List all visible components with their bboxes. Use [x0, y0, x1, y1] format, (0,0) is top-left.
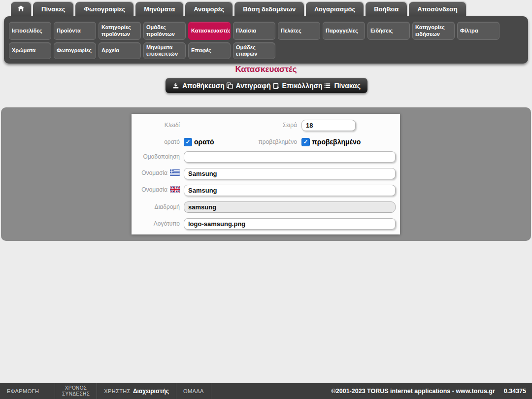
- name-el-input[interactable]: [184, 168, 396, 179]
- tab-home[interactable]: [11, 2, 31, 16]
- order-input[interactable]: [301, 120, 356, 131]
- toolbar: Αποθήκευση Αντιγραφή Επικόλληση Πίνακας: [166, 78, 367, 93]
- subnav-eidiseis[interactable]: Ειδήσεις: [367, 22, 410, 40]
- featured-checkbox-text: προβεβλημένο: [312, 138, 361, 146]
- save-icon: [172, 82, 179, 89]
- footer-spacer: [211, 383, 326, 399]
- form-row-logo: Λογότυπο: [132, 218, 400, 230]
- subnav-kataskeuastes[interactable]: Κατασκευαστές: [188, 22, 231, 40]
- footer-group-label: ΟΜΑΔΑ: [183, 388, 204, 394]
- table-button[interactable]: Πίνακας: [324, 82, 361, 90]
- subnav-katigories-proionton[interactable]: Κατηγορίες προϊόντων: [99, 22, 141, 40]
- form-row-path: Διαδρομή: [132, 201, 400, 213]
- paste-icon: [272, 82, 279, 89]
- footer-session-label-line2: ΣΥΝΔΕΣΗΣ: [62, 391, 90, 397]
- subnav-row-2: Χρώματα Φωτογραφίες Αρχεία Μηνύματα επισ…: [9, 42, 523, 59]
- manufacturer-form-card: Κλειδί Σειρά ορατό ✓ ορατό προβεβλημένο …: [132, 114, 400, 234]
- footer-user-segment: ΧΡΗΣΤΗΣ Διαχειριστής: [97, 383, 176, 399]
- tab-photos[interactable]: Φωτογραφίες: [75, 2, 133, 16]
- subnav-plaisia[interactable]: Πλαίσια: [233, 22, 275, 40]
- subnav-pelates[interactable]: Πελάτες: [278, 22, 320, 40]
- subnav-panel: Ιστοσελίδες Προϊόντα Κατηγορίες προϊόντω…: [4, 16, 528, 64]
- form-row-name-en: Ονομασία: [132, 184, 400, 196]
- copy-button-label: Αντιγραφή: [236, 82, 271, 90]
- tab-logout[interactable]: Αποσύνδεση: [409, 2, 466, 16]
- footer-session-label-line1: ΧΡΟΝΟΣ: [65, 385, 87, 391]
- tab-messages[interactable]: Μηνύματα: [135, 2, 183, 16]
- footer-user-label: ΧΡΗΣΤΗΣ: [104, 388, 131, 394]
- tab-tables[interactable]: Πίνακες: [33, 2, 73, 16]
- save-button-label: Αποθήκευση: [182, 82, 225, 90]
- uk-flag-icon: [170, 186, 180, 194]
- logo-label: Λογότυπο: [132, 220, 180, 227]
- subnav-archeia[interactable]: Αρχεία: [99, 42, 141, 59]
- tab-database[interactable]: Βάση δεδομένων: [234, 2, 304, 16]
- table-list-icon: [324, 82, 331, 89]
- home-icon: [17, 5, 25, 13]
- tab-help[interactable]: Βοήθεια: [366, 2, 407, 16]
- subnav-omades-epafon[interactable]: Ομάδες επαφών: [233, 42, 275, 59]
- copy-icon: [226, 82, 233, 89]
- status-bar: ΕΦΑΡΜΟΓΗ ΧΡΟΝΟΣ ΣΥΝΔΕΣΗΣ ΧΡΗΣΤΗΣ Διαχειρ…: [0, 383, 532, 399]
- grouping-input[interactable]: [184, 151, 396, 163]
- footer-session-segment: ΧΡΟΝΟΣ ΣΥΝΔΕΣΗΣ: [55, 383, 97, 399]
- form-row-grouping: Ομαδοποίηση: [132, 151, 400, 163]
- page-title: Κατασκευαστές: [0, 65, 532, 74]
- paste-button[interactable]: Επικόλληση: [272, 82, 323, 90]
- subnav-chromata[interactable]: Χρώματα: [9, 42, 51, 59]
- name-el-label: Ονομασία: [132, 169, 180, 177]
- tab-reports[interactable]: Αναφορές: [185, 2, 233, 16]
- footer-app-segment: ΕΦΑΡΜΟΓΗ: [0, 383, 55, 399]
- path-label: Διαδρομή: [132, 203, 180, 210]
- tab-account[interactable]: Λογαριασμός: [306, 2, 364, 16]
- featured-checkbox-group: ✓ προβεβλημένο: [301, 138, 361, 146]
- subnav-row-1: Ιστοσελίδες Προϊόντα Κατηγορίες προϊόντω…: [9, 22, 523, 40]
- logo-input[interactable]: [184, 218, 396, 230]
- greek-flag-icon: [170, 169, 180, 177]
- subnav-omades-proionton[interactable]: Ομάδες προϊόντων: [143, 22, 186, 40]
- name-en-input[interactable]: [184, 185, 396, 196]
- order-label: Σειρά: [249, 122, 297, 129]
- subnav-istoselides[interactable]: Ιστοσελίδες: [9, 22, 51, 40]
- form-row-name-el: Ονομασία: [132, 167, 400, 179]
- subnav-proionta[interactable]: Προϊόντα: [54, 22, 96, 40]
- form-row-flags: ορατό ✓ ορατό προβεβλημένο ✓ προβεβλημέν…: [132, 136, 400, 148]
- save-button[interactable]: Αποθήκευση: [172, 82, 225, 90]
- table-button-label: Πίνακας: [334, 82, 361, 90]
- subnav-katigories-eidiseon[interactable]: Κατηγορίες ειδήσεων: [412, 22, 455, 40]
- featured-checkbox[interactable]: ✓: [301, 138, 310, 146]
- footer-copyright: ©2001-2023 TORUS internet applications -…: [332, 388, 495, 395]
- copy-button[interactable]: Αντιγραφή: [226, 82, 271, 90]
- grouping-label: Ομαδοποίηση: [132, 153, 180, 160]
- footer-user-value: Διαχειριστής: [133, 388, 169, 395]
- visible-checkbox-group: ✓ ορατό: [184, 138, 214, 146]
- top-tab-bar: Πίνακες Φωτογραφίες Μηνύματα Αναφορές Βά…: [11, 2, 466, 16]
- footer-version: 0.34375: [504, 388, 526, 395]
- visible-checkbox-text: ορατό: [194, 138, 214, 146]
- subnav-minimata-episkepton[interactable]: Μηνύματα επισκεπτών: [143, 42, 186, 59]
- visible-checkbox[interactable]: ✓: [184, 138, 192, 146]
- path-input[interactable]: [184, 201, 396, 213]
- footer-group-segment: ΟΜΑΔΑ: [176, 383, 211, 399]
- footer-copyright-segment: ©2001-2023 TORUS internet applications -…: [326, 383, 532, 399]
- key-label: Κλειδί: [132, 122, 180, 129]
- featured-label: προβεβλημένο: [249, 138, 297, 145]
- form-row-key-order: Κλειδί Σειρά: [132, 119, 400, 131]
- paste-button-label: Επικόλληση: [282, 82, 323, 90]
- footer-app-label: ΕΦΑΡΜΟΓΗ: [7, 388, 39, 394]
- visible-label: ορατό: [132, 138, 180, 145]
- name-en-label: Ονομασία: [132, 186, 180, 194]
- subnav-epafes[interactable]: Επαφές: [188, 42, 231, 59]
- subnav-fotografies[interactable]: Φωτογραφίες: [54, 42, 96, 59]
- subnav-filtra[interactable]: Φίλτρα: [457, 22, 499, 40]
- subnav-paraggelies[interactable]: Παραγγελίες: [323, 22, 365, 40]
